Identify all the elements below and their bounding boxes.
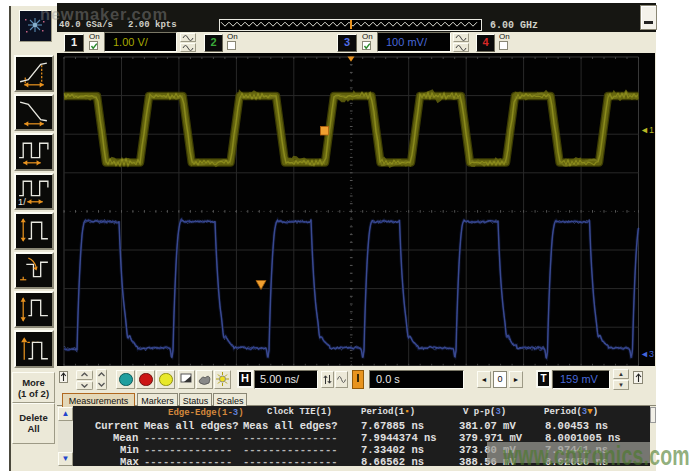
svg-text:◄3: ◄3	[640, 349, 654, 359]
svg-text:◄1: ◄1	[640, 125, 654, 135]
svg-text:1/: 1/	[18, 197, 26, 207]
